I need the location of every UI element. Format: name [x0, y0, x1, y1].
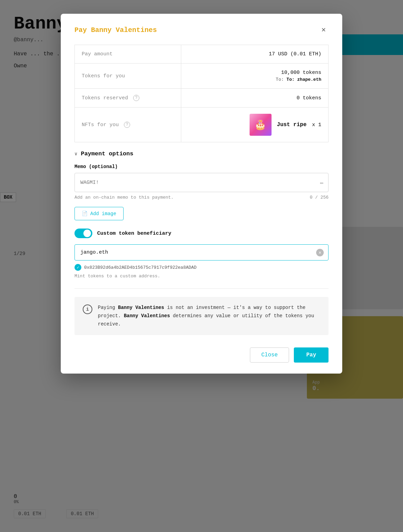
info-notice: i Paying Banny Valentines is not an inve…	[74, 297, 329, 335]
info-notice-text: Paying Banny Valentines is not an invest…	[98, 304, 320, 328]
chevron-down-icon: ∨	[74, 151, 77, 157]
tokens-reserved-info-icon[interactable]: ?	[133, 95, 139, 101]
tokens-reserved-label: Tokens reserved ?	[75, 89, 181, 108]
tokens-reserved-value: 0 tokens	[181, 89, 329, 108]
table-row: Tokens reserved ? 0 tokens	[75, 89, 329, 108]
table-row: Pay amount 17 USD (0.01 ETH)	[75, 45, 329, 64]
pay-amount-label: Pay amount	[75, 45, 181, 64]
nfts-for-you-label: NFTs for you ?	[75, 108, 181, 142]
nft-item: 🎂 Just ripe x 1	[188, 114, 321, 136]
pay-button[interactable]: Pay	[294, 347, 329, 363]
tokens-for-you-value: 10,000 tokens To: To: zhape.eth	[181, 64, 329, 89]
address-verified-row: ✓ 0x823B92d6a4b2AED4b15675c7917c9f922ea8…	[74, 264, 329, 271]
custom-beneficiary-label: Custom token beneficiary	[97, 231, 171, 236]
memo-footer: Add an on-chain memo to this payment. 0 …	[74, 195, 329, 200]
payment-modal: Pay Banny Valentines × Pay amount 17 USD…	[61, 14, 342, 374]
memo-label: Memo (optional)	[74, 164, 329, 169]
memo-input[interactable]	[74, 173, 329, 192]
modal-overlay: Pay Banny Valentines × Pay amount 17 USD…	[0, 0, 403, 532]
memo-character-count: 0 / 256	[310, 195, 329, 200]
payment-info-table: Pay amount 17 USD (0.01 ETH) Tokens for …	[74, 45, 329, 142]
payment-options-label: Payment options	[81, 151, 133, 157]
tokens-for-you-label: Tokens for you	[75, 64, 181, 89]
memo-field-wrapper: ✏️	[74, 173, 329, 192]
close-icon[interactable]: ×	[319, 25, 329, 35]
nfts-for-you-info-icon[interactable]: ?	[124, 122, 130, 128]
modal-title: Pay Banny Valentines	[74, 26, 157, 34]
nft-quantity: x 1	[312, 122, 321, 128]
pay-amount-value: 17 USD (0.01 ETH)	[181, 45, 329, 64]
beneficiary-input-wrapper: ×	[74, 244, 329, 261]
clear-beneficiary-button[interactable]: ×	[316, 249, 324, 256]
add-image-button[interactable]: 📄 Add image	[74, 207, 124, 220]
mint-hint: Mint tokens to a custom address.	[74, 274, 329, 279]
modal-footer: Close Pay	[74, 345, 329, 363]
nfts-for-you-value: 🎂 Just ripe x 1	[181, 108, 329, 142]
info-icon: i	[83, 304, 92, 314]
nft-thumbnail: 🎂	[250, 114, 272, 136]
custom-beneficiary-toggle[interactable]	[74, 229, 92, 238]
close-button[interactable]: Close	[250, 347, 289, 363]
add-image-label: Add image	[90, 211, 116, 217]
nft-name: Just ripe	[277, 122, 307, 128]
memo-hint: Add an on-chain memo to this payment.	[74, 195, 174, 200]
edit-icon: ✏️	[320, 179, 324, 186]
custom-beneficiary-toggle-row: Custom token beneficiary	[74, 229, 329, 238]
beneficiary-input[interactable]	[74, 244, 329, 261]
table-row: NFTs for you ? 🎂 Just ripe x 1	[75, 108, 329, 142]
divider	[74, 288, 329, 289]
verified-address: 0x823B92d6a4b2AED4b15675c7917c9f922ea8AD…	[84, 265, 197, 270]
image-icon: 📄	[82, 211, 88, 217]
payment-options-header: ∨ Payment options	[74, 151, 329, 157]
modal-header: Pay Banny Valentines ×	[74, 25, 329, 35]
check-icon: ✓	[74, 264, 81, 271]
table-row: Tokens for you 10,000 tokens To: To: zha…	[75, 64, 329, 89]
